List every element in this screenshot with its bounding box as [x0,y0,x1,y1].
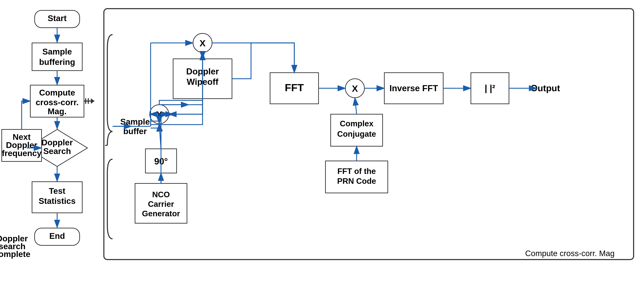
nco-label2: Carrier [148,200,174,209]
diagram-container: Start Sample buffering Compute cross-cor… [0,0,644,285]
next-doppler-label1: Next [13,132,31,142]
start-label: Start [48,14,66,23]
compute-cross-label3: Mag. [48,107,66,116]
sample-buffering-label2: buffering [39,57,75,67]
test-statistics-label1: Test [49,186,65,196]
doppler-search-label1: Doppler [42,138,73,147]
sample-buffer-label2: buffer [123,127,147,136]
complex-conj-label2: Conjugate [337,129,376,138]
magnitude-label: | |² [485,83,495,93]
multiplier-top-label: X [200,38,206,48]
test-statistics-label2: Statistics [38,196,76,206]
svg-marker-8 [91,98,94,104]
compute-cross-label1: Compute [39,88,75,97]
sample-buffering-label: Sample [42,47,72,56]
next-doppler-label3: frequency [2,149,42,158]
nco-label3: Generator [142,209,180,218]
compute-cross-label2: cross-corr. [36,98,78,107]
fft-label: FFT [285,82,304,93]
nco-label1: NCO [152,190,170,199]
doppler-search-label2: Search [43,147,71,156]
inverse-fft-label: Inverse FFT [390,83,438,93]
multiplier-mid-label: X [352,84,358,94]
doppler-complete-label3: complete [0,250,30,259]
complex-conj-label1: Complex [340,119,374,128]
fft-prn-label2: PRN Code [337,177,376,186]
fft-prn-label1: FFT of the [338,167,376,176]
svg-line-25 [355,98,356,114]
sample-buffer-label1: Sample [120,117,150,126]
end-label: End [49,231,65,241]
outer-label: Compute cross-corr. Mag [525,249,614,258]
